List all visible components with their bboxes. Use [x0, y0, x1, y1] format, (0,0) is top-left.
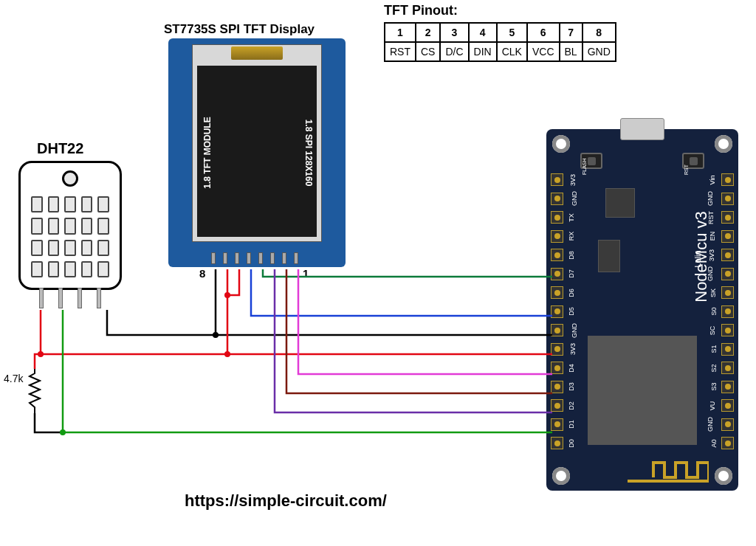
dht-title: DHT22	[37, 140, 83, 157]
dht22-sensor	[18, 161, 122, 290]
pinout-title: TFT Pinout:	[384, 3, 458, 18]
svg-point-3	[38, 351, 44, 357]
tft-label-left: 1.8 TFT MODULE	[202, 117, 213, 188]
mcu-subtitle: Lolin	[693, 250, 701, 267]
nodemcu-board: FLASH RST NodeMcu v3 Lolin 3V3 GND TX RX…	[546, 129, 738, 491]
tft-module: 1.8 TFT MODULE 1.8 SPI 128X160 8 1	[168, 38, 346, 267]
source-url: https://simple-circuit.com/	[185, 491, 387, 511]
svg-point-0	[213, 332, 219, 338]
tft-title: ST7735S SPI TFT Display	[164, 22, 315, 37]
svg-point-2	[224, 351, 230, 357]
resistor-label: 4.7k	[4, 373, 23, 384]
resistor-4k7	[28, 369, 41, 413]
tft-pin-8: 8	[199, 267, 205, 280]
tft-pin-1: 1	[303, 267, 309, 280]
tft-label-right: 1.8 SPI 128X160	[304, 120, 315, 187]
pinout-table: 1234 5678 RSTCSD/CDIN CLKVCCBLGND	[384, 22, 616, 62]
svg-point-4	[60, 429, 66, 435]
svg-point-1	[224, 292, 230, 298]
